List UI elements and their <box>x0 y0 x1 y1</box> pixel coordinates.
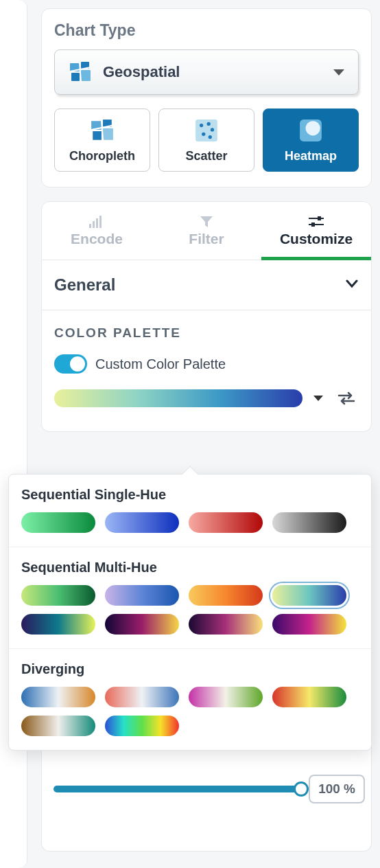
subtype-label: Heatmap <box>285 149 337 163</box>
chart-type-selected-label: Geospatial <box>103 63 180 81</box>
svg-point-13 <box>209 135 212 138</box>
palette-section-title: Sequential Single-Hue <box>21 487 359 503</box>
palette-swatch[interactable] <box>272 614 346 635</box>
swatch-row <box>21 512 359 533</box>
color-palette-label: COLOR PALETTE <box>54 326 359 341</box>
subtype-scatter[interactable]: Scatter <box>158 108 254 172</box>
swatch-row <box>21 614 359 635</box>
svg-rect-16 <box>89 224 91 228</box>
palette-swatch[interactable] <box>21 585 95 606</box>
svg-rect-23 <box>311 222 315 227</box>
svg-point-9 <box>200 123 203 126</box>
subtype-heatmap[interactable]: Heatmap <box>263 108 359 172</box>
palette-swatch[interactable] <box>105 614 179 635</box>
palette-swatch[interactable] <box>21 512 95 533</box>
svg-rect-2 <box>71 73 80 81</box>
palette-section: Diverging <box>9 649 371 750</box>
palette-swatch[interactable] <box>272 687 346 707</box>
palette-swatch[interactable] <box>272 585 346 606</box>
tab-encode[interactable]: Encode <box>42 202 152 260</box>
opacity-slider[interactable] <box>54 786 302 792</box>
svg-point-12 <box>202 132 205 135</box>
subtype-choropleth[interactable]: Choropleth <box>54 108 150 172</box>
choropleth-icon <box>89 117 115 144</box>
geospatial-icon <box>67 59 93 85</box>
palette-swatch[interactable] <box>105 687 179 707</box>
subtype-label: Scatter <box>185 149 227 163</box>
tab-customize[interactable]: Customize <box>261 202 371 260</box>
reverse-palette-button[interactable] <box>334 386 359 411</box>
palette-swatch[interactable] <box>105 512 179 533</box>
chart-type-card: Chart Type Geospatial Choropleth Scatter <box>41 8 372 187</box>
opacity-value-input[interactable]: 100 % <box>309 775 365 803</box>
svg-point-10 <box>207 122 211 125</box>
palette-swatch[interactable] <box>21 716 95 736</box>
svg-rect-17 <box>93 221 95 228</box>
palette-swatch[interactable] <box>189 687 263 707</box>
svg-rect-8 <box>195 119 217 141</box>
customize-panel: Encode Filter Customize General CO <box>41 201 372 432</box>
tab-row: Encode Filter Customize <box>42 202 371 260</box>
palette-section: Sequential Multi-Hue <box>9 547 371 649</box>
palette-swatch[interactable] <box>21 614 95 635</box>
encode-icon <box>42 216 152 228</box>
palette-swatch[interactable] <box>189 614 263 635</box>
palette-dropdown[interactable] <box>54 389 302 407</box>
filter-icon <box>152 216 261 228</box>
palette-swatch[interactable] <box>189 585 263 606</box>
custom-palette-toggle[interactable] <box>54 354 87 374</box>
section-title: General <box>54 275 115 295</box>
palette-section: Sequential Single-Hue <box>9 475 371 547</box>
sliders-icon <box>261 216 371 228</box>
svg-rect-21 <box>318 216 321 220</box>
palette-section-title: Sequential Multi-Hue <box>21 560 359 575</box>
swatch-row <box>21 716 359 736</box>
tab-label: Customize <box>280 231 353 247</box>
palette-swatch[interactable] <box>21 687 95 707</box>
svg-rect-19 <box>99 216 102 228</box>
svg-point-15 <box>306 121 320 135</box>
chart-type-title: Chart Type <box>54 21 359 40</box>
chevron-down-icon <box>345 277 359 293</box>
svg-point-11 <box>211 128 214 131</box>
svg-rect-18 <box>96 218 98 228</box>
section-general-header[interactable]: General <box>42 260 371 310</box>
tab-filter[interactable]: Filter <box>152 202 261 260</box>
svg-rect-6 <box>93 131 102 140</box>
palette-swatch[interactable] <box>105 716 179 736</box>
palette-swatch[interactable] <box>272 512 346 533</box>
palette-section-title: Diverging <box>21 661 359 677</box>
custom-palette-toggle-label: Custom Color Palette <box>95 356 226 372</box>
tab-label: Encode <box>71 231 123 247</box>
caret-down-icon <box>313 396 323 401</box>
subtype-label: Choropleth <box>69 149 135 163</box>
chevron-down-icon <box>333 69 344 76</box>
opacity-control: 100 % <box>54 775 365 803</box>
svg-rect-7 <box>103 128 113 139</box>
tab-label: Filter <box>189 231 224 247</box>
scatter-map-icon <box>193 117 219 144</box>
swatch-row <box>21 585 359 606</box>
section-general-body: COLOR PALETTE Custom Color Palette <box>42 310 371 431</box>
palette-swatch[interactable] <box>189 512 263 533</box>
swatch-row <box>21 687 359 707</box>
slider-thumb[interactable] <box>294 781 309 797</box>
palette-swatch[interactable] <box>105 585 179 606</box>
heatmap-icon <box>298 117 324 144</box>
palette-popover: Sequential Single-HueSequential Multi-Hu… <box>8 474 372 751</box>
svg-rect-3 <box>81 70 91 81</box>
chart-type-dropdown[interactable]: Geospatial <box>54 49 359 95</box>
